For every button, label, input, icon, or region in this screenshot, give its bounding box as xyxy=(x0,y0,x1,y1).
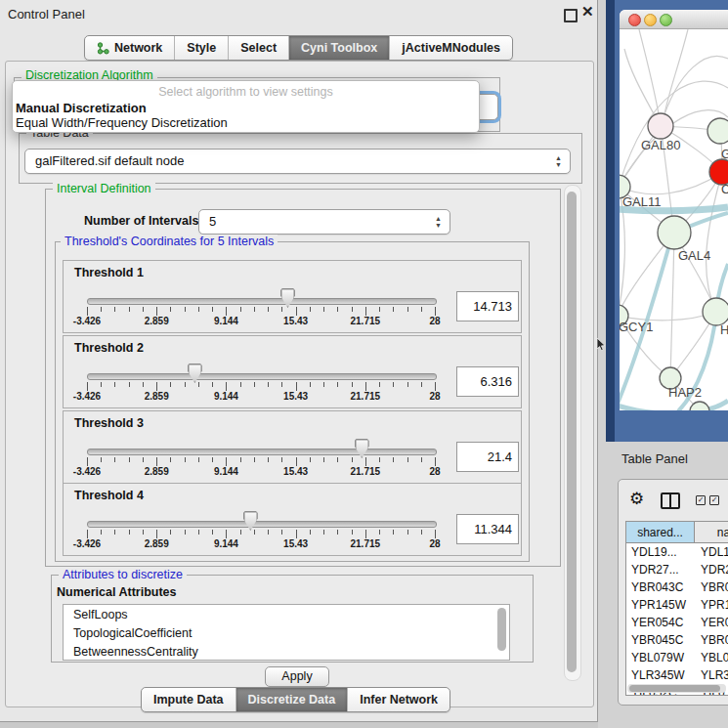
threshold-slider-track[interactable] xyxy=(87,373,437,380)
threshold-slider-track[interactable] xyxy=(87,521,437,528)
tick-mark xyxy=(296,457,297,466)
tab-label: Style xyxy=(187,36,216,60)
tick-mark xyxy=(268,307,269,312)
columns-icon[interactable] xyxy=(661,492,680,509)
tab-discretize-data[interactable]: Discretize Data xyxy=(236,688,348,711)
close-traffic-light-icon[interactable] xyxy=(628,14,641,26)
tick-mark xyxy=(337,530,338,535)
tick-mark xyxy=(337,382,338,387)
table-cell[interactable]: YDL1 xyxy=(701,543,728,561)
tab-label: jActiveMNodules xyxy=(402,36,500,60)
table-cell[interactable]: YER0 xyxy=(701,614,728,631)
network-node-ga[interactable] xyxy=(707,118,728,144)
tab-cyni-toolbox[interactable]: Cyni Toolbox xyxy=(288,36,389,60)
table-cell[interactable]: YBR0 xyxy=(701,578,728,596)
table-cell[interactable]: YLR345W xyxy=(631,666,694,684)
table-cell[interactable]: YPR1 xyxy=(701,596,728,614)
table-data-combo[interactable]: galFiltered.sif default node ▲▼ xyxy=(24,149,571,174)
threshold-value-field[interactable]: 11.344 xyxy=(456,514,519,544)
table-cell[interactable]: YPR145W xyxy=(631,596,694,614)
zoom-traffic-light-icon[interactable] xyxy=(660,14,672,26)
tick-mark xyxy=(352,530,353,535)
threshold-slider-handle[interactable] xyxy=(355,439,369,458)
threshold-slider-handle[interactable] xyxy=(188,364,202,383)
tick-mark xyxy=(421,307,422,312)
table-cell[interactable]: YLR3 xyxy=(701,666,728,684)
tick-mark xyxy=(143,457,144,462)
mouse-cursor xyxy=(596,338,608,352)
table-cell[interactable]: YDL19... xyxy=(631,543,694,561)
close-icon[interactable]: ✕ xyxy=(581,3,594,21)
threshold-slider-handle[interactable] xyxy=(280,288,295,308)
numerical-attributes-label: Numerical Attributes xyxy=(57,585,176,599)
network-window: GAL80GACGAL11GAL4GCY1HHAP2 xyxy=(620,10,728,410)
tick-mark xyxy=(281,382,282,387)
column-header-shared-name[interactable]: shared... xyxy=(626,522,695,543)
tab-jactivemnodules[interactable]: jActiveMNodules xyxy=(389,36,512,60)
network-node-gal4[interactable] xyxy=(658,216,691,249)
attribute-item[interactable]: BetweennessCentrality xyxy=(73,645,198,659)
float-window-icon[interactable] xyxy=(564,9,578,22)
num-intervals-combo[interactable]: 5 ▲▼ xyxy=(198,209,450,235)
tick-mark xyxy=(87,382,88,391)
attribute-item[interactable]: TopologicalCoefficient xyxy=(73,626,192,640)
network-node-gal80[interactable] xyxy=(648,113,673,139)
tick-mark xyxy=(323,307,324,312)
table-cell[interactable]: YDR27... xyxy=(631,561,694,578)
popup-item[interactable]: Equal Width/Frequency Discretization xyxy=(16,115,228,130)
tab-infer-network[interactable]: Infer Network xyxy=(347,688,450,711)
tick-mark xyxy=(226,457,227,466)
gear-icon[interactable]: ⚙ xyxy=(629,489,644,509)
checkbox-icon[interactable]: ✓ xyxy=(696,495,706,505)
tab-network[interactable]: Network xyxy=(85,36,174,60)
checkbox-icon[interactable]: ✓ xyxy=(709,495,719,505)
attributes-scrollbar-thumb[interactable] xyxy=(497,608,506,651)
threshold-box: Threshold 3-3.4262.8599.14415.4321.71528… xyxy=(63,410,522,484)
bottom-tab-bar: Impute DataDiscretize DataInfer Network xyxy=(141,687,450,712)
attributes-list[interactable]: SelfLoopsTopologicalCoefficientBetweenne… xyxy=(63,604,510,661)
table-cell[interactable]: YDR2 xyxy=(701,561,728,578)
table-cell[interactable]: YBR043C xyxy=(631,578,694,596)
network-window-titlebar[interactable] xyxy=(620,10,728,29)
tick-mark xyxy=(87,530,88,538)
minimize-traffic-light-icon[interactable] xyxy=(644,14,657,26)
table-cell[interactable]: YBL0 xyxy=(701,649,728,666)
tick-label: 9.144 xyxy=(214,538,238,549)
threshold-value-field[interactable]: 21.4 xyxy=(456,442,519,472)
tab-style[interactable]: Style xyxy=(174,36,228,60)
tick-mark xyxy=(281,530,282,535)
threshold-slider-track[interactable] xyxy=(87,449,437,455)
tick-mark xyxy=(323,457,324,462)
node-table[interactable]: shared... na YDL19...YDL1YDR27...YDR2YBR… xyxy=(625,521,728,696)
table-cell[interactable]: YBR0 xyxy=(701,631,728,649)
threshold-value-field[interactable]: 6.316 xyxy=(456,366,519,397)
tick-mark xyxy=(143,382,144,387)
tick-mark xyxy=(352,382,353,387)
table-cell[interactable]: YBL079W xyxy=(631,649,694,666)
tick-mark xyxy=(296,530,297,538)
tick-mark xyxy=(407,382,408,387)
table-cell[interactable]: YER054C xyxy=(631,614,694,631)
threshold-slider-handle[interactable] xyxy=(243,511,258,531)
column-header-name[interactable]: na xyxy=(695,522,728,543)
threshold-value-field[interactable]: 14.713 xyxy=(456,291,519,321)
tick-mark xyxy=(407,457,408,462)
popup-item[interactable]: Manual Discretization xyxy=(16,101,147,115)
apply-button[interactable]: Apply xyxy=(265,666,329,687)
network-node-h[interactable] xyxy=(703,298,728,325)
panel-scrollbar-thumb[interactable] xyxy=(567,192,577,672)
spinner-arrows-icon: ▲▼ xyxy=(435,210,442,234)
panel-scrollbar[interactable] xyxy=(564,185,581,681)
attribute-item[interactable]: SelfLoops xyxy=(73,608,128,621)
table-cell[interactable]: YBR045C xyxy=(631,631,694,649)
tab-select[interactable]: Select xyxy=(228,36,288,60)
tick-mark xyxy=(129,307,130,312)
table-horizontal-scrollbar[interactable] xyxy=(627,684,726,693)
tick-label: -3.426 xyxy=(73,466,101,477)
tick-mark xyxy=(198,307,199,312)
network-canvas[interactable]: GAL80GACGAL11GAL4GCY1HHAP2 xyxy=(620,29,728,410)
threshold-slider-track[interactable] xyxy=(87,298,437,305)
tab-impute-data[interactable]: Impute Data xyxy=(142,688,236,711)
tick-mark xyxy=(170,382,171,387)
tick-mark xyxy=(393,382,394,387)
